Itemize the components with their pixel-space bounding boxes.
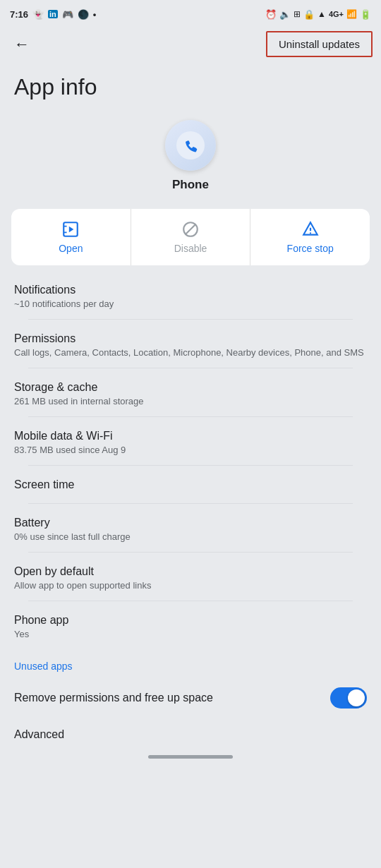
status-right: ⏰ 🔈 ⊞ 🔒 ▲ 4G+ 📶 🔋	[265, 9, 371, 20]
battery-subtitle: 0% use since last full charge	[14, 531, 367, 542]
svg-line-3	[185, 224, 195, 234]
bottom-indicator	[0, 747, 381, 763]
mobile-data-item[interactable]: Mobile data & Wi-Fi 83.75 MB used since …	[14, 417, 367, 465]
force-stop-label: Force stop	[287, 243, 334, 254]
page-title: App info	[0, 63, 381, 106]
grid-icon: ⊞	[294, 9, 301, 19]
open-by-default-item[interactable]: Open by default Allow app to open suppor…	[14, 553, 367, 601]
signal-icon: ▲	[318, 9, 326, 19]
toggle-label: Remove permissions and free up space	[14, 692, 330, 704]
app-icon	[165, 120, 216, 171]
force-stop-button[interactable]: Force stop	[250, 209, 370, 265]
force-stop-icon	[301, 220, 320, 239]
open-by-default-title: Open by default	[14, 565, 367, 578]
time-display: 7:16	[10, 9, 28, 20]
disable-icon	[181, 220, 200, 239]
advanced-label[interactable]: Advanced	[0, 721, 381, 747]
vpn-icon: 🔒	[303, 9, 315, 20]
action-buttons-row: Open Disable Force stop	[11, 209, 370, 265]
dot-icon: •	[93, 9, 97, 20]
battery-icon: 🔋	[360, 9, 371, 20]
app-icon-section: Phone	[0, 106, 381, 203]
info-section: Notifications ~10 notifications per day …	[0, 271, 381, 649]
open-icon	[61, 220, 80, 239]
phone-icon-svg	[176, 131, 205, 159]
screen-time-title: Screen time	[14, 478, 367, 491]
open-by-default-subtitle: Allow app to open supported links	[14, 580, 367, 591]
storage-item[interactable]: Storage & cache 261 MB used in internal …	[14, 368, 367, 416]
game-icon: 🎮	[62, 9, 73, 20]
disable-label: Disable	[174, 243, 207, 254]
back-button[interactable]: ←	[8, 32, 35, 56]
linkedin-icon: in	[48, 10, 58, 18]
notifications-subtitle: ~10 notifications per day	[14, 299, 367, 309]
notifications-item[interactable]: Notifications ~10 notifications per day	[14, 271, 367, 319]
unused-apps-label[interactable]: Unused apps	[0, 649, 381, 675]
open-button[interactable]: Open	[11, 209, 131, 265]
toggle-row: Remove permissions and free up space	[0, 675, 381, 721]
app-name-label: Phone	[172, 178, 209, 192]
open-label: Open	[59, 243, 83, 254]
nut-icon: 🌑	[78, 9, 89, 20]
mobile-data-title: Mobile data & Wi-Fi	[14, 430, 367, 442]
phone-app-item[interactable]: Phone app Yes	[14, 601, 367, 649]
signal2-icon: 📶	[346, 9, 357, 19]
toggle-thumb	[348, 689, 365, 706]
headphone-icon: 🔈	[279, 9, 291, 20]
phone-app-title: Phone app	[14, 614, 367, 627]
status-left: 7:16 👻 in 🎮 🌑 •	[10, 9, 96, 20]
storage-subtitle: 261 MB used in internal storage	[14, 396, 367, 406]
permissions-subtitle: Call logs, Camera, Contacts, Location, M…	[14, 347, 367, 358]
battery-item[interactable]: Battery 0% use since last full charge	[14, 504, 367, 552]
svg-point-0	[176, 131, 205, 159]
toggle-track	[330, 687, 367, 709]
disable-button[interactable]: Disable	[131, 209, 251, 265]
back-icon: ←	[14, 35, 30, 53]
bottom-pill	[148, 755, 233, 759]
svg-point-5	[310, 232, 311, 234]
storage-title: Storage & cache	[14, 381, 367, 394]
battery-title: Battery	[14, 517, 367, 529]
uninstall-updates-button[interactable]: Uninstall updates	[266, 31, 373, 57]
status-bar: 7:16 👻 in 🎮 🌑 • ⏰ 🔈 ⊞ 🔒 ▲ 4G+ 📶 🔋	[0, 0, 381, 25]
phone-app-subtitle: Yes	[14, 629, 367, 639]
alarm-icon: ⏰	[265, 9, 277, 20]
ghost-icon: 👻	[32, 9, 44, 20]
mobile-data-subtitle: 83.75 MB used since Aug 9	[14, 445, 367, 455]
top-bar: ← Uninstall updates	[0, 25, 381, 63]
permissions-title: Permissions	[14, 332, 367, 345]
toggle-switch[interactable]	[330, 687, 367, 709]
notifications-title: Notifications	[14, 284, 367, 296]
permissions-item[interactable]: Permissions Call logs, Camera, Contacts,…	[14, 320, 367, 368]
screen-time-item[interactable]: Screen time	[14, 466, 367, 503]
4g-icon: 4G+	[329, 10, 344, 18]
